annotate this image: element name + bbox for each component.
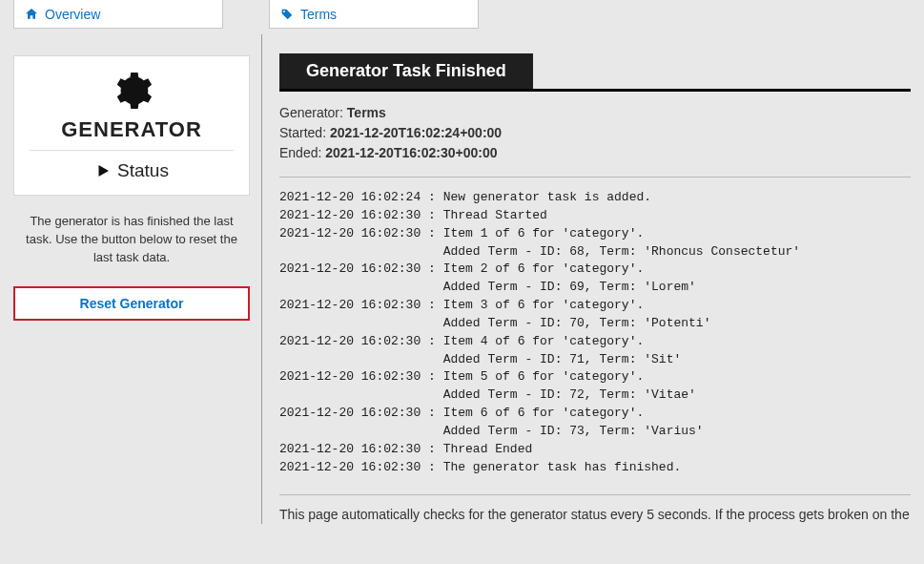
tab-overview[interactable]: Overview	[13, 0, 223, 29]
status-label: Status	[117, 160, 169, 181]
meta-ended: Ended: 2021-12-20T16:02:30+00:00	[279, 143, 911, 163]
content: Generator Task Finished Generator: Terms…	[261, 34, 911, 524]
status-link[interactable]: Status	[26, 160, 237, 185]
meta-ended-label: Ended:	[279, 145, 321, 160]
sidebar: GENERATOR Status The generator is has fi…	[13, 34, 250, 524]
meta-started-label: Started:	[279, 125, 326, 140]
main-wrap: GENERATOR Status The generator is has fi…	[0, 34, 924, 524]
log-output: 2021-12-20 16:02:24 : New generator task…	[279, 189, 911, 477]
meta-started: Started: 2021-12-20T16:02:24+00:00	[279, 123, 911, 143]
header-bar: Generator Task Finished	[279, 53, 911, 92]
meta-generator-label: Generator:	[279, 105, 343, 120]
page-title: Generator Task Finished	[279, 53, 533, 89]
tags-icon	[279, 7, 295, 22]
meta-ended-value: 2021-12-20T16:02:30+00:00	[325, 145, 497, 160]
gear-icon	[111, 70, 153, 112]
log-divider	[279, 177, 911, 178]
footer-note: This page automatically checks for the g…	[279, 505, 911, 524]
top-tabs: Overview Terms	[0, 0, 924, 34]
meta-block: Generator: Terms Started: 2021-12-20T16:…	[279, 103, 911, 163]
meta-generator: Generator: Terms	[279, 103, 911, 123]
meta-generator-value: Terms	[347, 105, 386, 120]
tab-overview-label: Overview	[45, 7, 100, 22]
home-icon	[24, 7, 39, 22]
reset-generator-button[interactable]: Reset Generator	[13, 286, 250, 321]
generator-title: GENERATOR	[26, 117, 237, 142]
tab-terms-label: Terms	[300, 7, 337, 22]
log-divider-bottom	[279, 494, 911, 495]
generator-card: GENERATOR Status	[13, 55, 250, 196]
tab-terms[interactable]: Terms	[269, 0, 479, 29]
status-description: The generator is has finished the last t…	[15, 213, 248, 267]
meta-started-value: 2021-12-20T16:02:24+00:00	[330, 125, 502, 140]
play-icon	[94, 162, 112, 179]
divider	[30, 150, 234, 151]
